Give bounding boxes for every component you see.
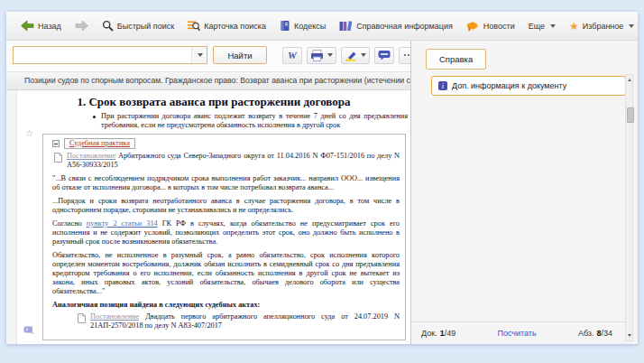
books-icon [339,20,353,32]
status-bar: Док.1/49 Посчитать Абз.8/34 [411,321,625,344]
chevron-down-icon [550,24,556,28]
forward-button[interactable] [69,17,94,34]
comment-button[interactable] [374,47,394,64]
search-card-label: Карточка поиска [204,22,266,31]
document-page-icon [78,313,86,323]
app-window: Назад Быстрый поиск Карточка поиска Коде… [6,12,638,344]
section-1-heading: 1. Срок возврата аванса при расторжении … [17,95,410,109]
quick-search-label: Быстрый поиск [117,22,174,31]
favorites-button[interactable]: ★ Избранное [564,19,639,33]
scroll-up-button[interactable] [626,76,632,84]
news-label: Новости [483,22,515,31]
quick-search-button[interactable]: Быстрый поиск [97,17,179,34]
search-dropdown-button[interactable] [191,47,207,63]
quote-paragraph: "...В связи с несоблюдением подрядчиком … [52,174,400,192]
document-page-icon [54,153,62,163]
caret-up-icon [628,79,631,81]
info-icon: i [438,81,447,90]
desktop-background: Назад Быстрый поиск Карточка поиска Коде… [0,0,644,363]
back-arrow-icon [21,20,34,32]
news-button[interactable]: Новости [461,17,520,34]
export-word-button[interactable]: W [282,47,302,64]
megaphone-icon [466,20,480,32]
tab-spravka[interactable]: Справка [426,49,486,70]
chevron-down-icon [198,53,203,57]
scrollbar-thumb[interactable] [627,107,634,123]
margin-note-icon[interactable] [23,322,35,339]
back-label: Назад [38,22,61,31]
ruling-link[interactable]: Постановление [67,152,115,160]
ruling-item: Постановление Арбитражного суда Северо-З… [54,152,400,170]
search-combo [13,46,207,64]
search-toolbar: Найти W [6,41,410,71]
toolbar-right-group: ★ Избранное Журнал A- A+ [564,17,644,34]
bookmark-star-icon[interactable]: ☆ [25,129,33,138]
document-content: 1. Срок возврата аванса при расторжении … [17,90,410,344]
chevron-down-icon [361,53,366,57]
doc-counter: Док.1/49 [421,329,455,338]
favorites-label: Избранное [583,22,624,31]
print-button[interactable] [307,47,336,64]
caret-down-icon [628,334,631,337]
paragraph-counter: Абз.8/34 [578,329,612,338]
quote-paragraph: ...Порядок и сроки возврата неотработанн… [52,197,400,215]
ruling-item: Постановление Двадцать первого арбитражн… [78,312,400,330]
reference-info-label: Справочная информация [356,22,453,31]
document-area: 1. Срок возврата аванса при расторжении … [6,90,410,344]
more-label: Еще [529,22,545,31]
chevron-down-icon [629,24,634,28]
right-panel: Справка i Доп. информация к документу До… [410,41,638,344]
star-icon: ★ [569,22,579,31]
search-icon [102,20,114,32]
main-toolbar: Назад Быстрый поиск Карточка поиска Коде… [6,12,638,41]
doc-info-button[interactable]: i Доп. информация к документу [431,76,626,96]
quote-paragraph: Обязательство, не исполненное в разумный… [52,251,400,296]
section-1-bullet: При расторжении договора аванс подлежит … [93,112,410,130]
statute-link[interactable]: пункту 2 статьи 314 [87,219,158,228]
right-panel-scrollbar[interactable] [625,74,633,341]
codes-button[interactable]: Кодексы [274,17,331,34]
similar-position-heading: Аналогичная позиция найдена в следующих … [52,301,400,310]
practice-link[interactable]: Судебная практика [64,138,135,149]
more-button[interactable]: Еще [523,19,561,33]
practice-box: Судебная практика Постановление Арбитраж… [42,134,406,340]
reference-info-button[interactable]: Справочная информация [334,17,458,34]
bullet-icon [93,116,96,118]
search-card-button[interactable]: Карточка поиска [182,17,271,34]
ruling-link[interactable]: Постановление [90,312,139,321]
chevron-down-icon [327,53,333,57]
search-input[interactable] [14,47,191,63]
printer-icon [310,50,324,61]
count-link[interactable]: Посчитать [497,329,536,338]
marker-icon [345,50,357,61]
book-icon [280,20,290,32]
back-button[interactable]: Назад [15,17,67,34]
search-card-icon [188,20,200,32]
highlight-button[interactable] [341,47,370,64]
word-icon: W [288,50,297,60]
practice-box-header: Судебная практика [52,138,400,149]
ruling-text: Арбитражного суда Северо-Западного округ… [67,152,400,169]
quote-paragraph: Согласно пункту 2 статьи 314 ГК РФ в слу… [52,219,400,247]
codes-label: Кодексы [294,22,326,31]
speech-bubble-icon [378,50,391,60]
scroll-down-button[interactable] [626,331,632,340]
document-gutter [6,90,17,344]
find-button[interactable]: Найти [213,46,267,64]
doc-info-label: Доп. информация к документу [452,81,566,90]
forward-arrow-icon [75,20,88,32]
collapse-icon[interactable] [52,140,60,147]
document-title-bar: Позиции судов по спорным вопросам. Гражд… [6,71,410,90]
